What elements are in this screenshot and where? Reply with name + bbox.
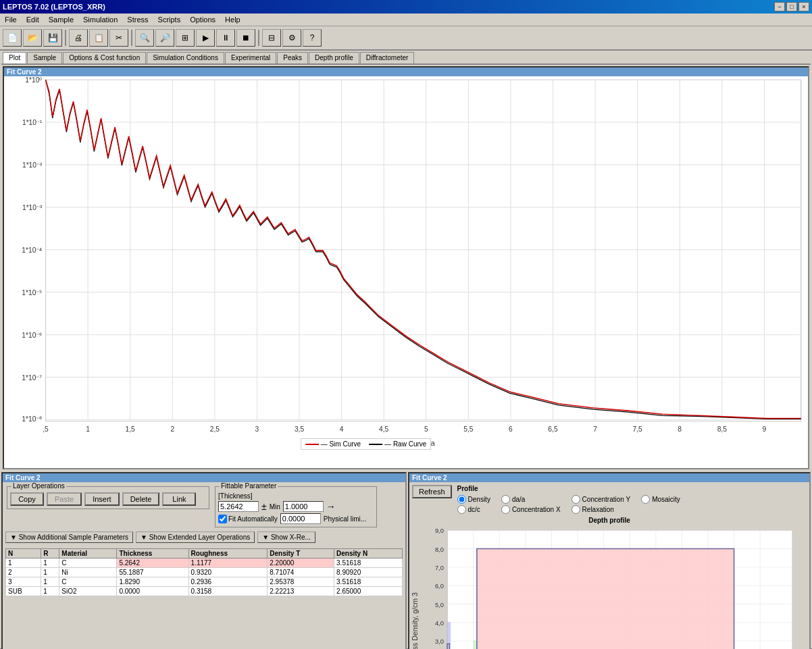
tb-copy[interactable]: 📋 [89,29,108,47]
menu-bar: File Edit Sample Simulation Stress Scrip… [0,14,812,26]
show-extended-btn[interactable]: ▼ Show Extended Layer Operations [136,531,255,543]
radio-relaxation[interactable] [572,505,580,514]
radio-concy-label[interactable]: Concentration Y [572,495,631,504]
tb-help[interactable]: ? [303,29,322,47]
cell-density-t: 2.95378 [268,577,334,587]
radio-daa[interactable] [501,495,510,504]
radio-concx[interactable] [501,505,510,514]
tb-fit[interactable]: ⊞ [176,29,195,47]
profile-options: Profile Density dc/c [457,485,680,514]
radio-relaxation-label[interactable]: Relaxation [572,505,631,514]
minimize-button[interactable]: − [774,2,785,11]
tb-run[interactable]: ▶ [196,29,215,47]
tb-open[interactable]: 📂 [23,29,42,47]
tb-cut[interactable]: ✂ [109,29,128,47]
svg-text:1*10⁻³: 1*10⁻³ [22,204,43,211]
radio-mosaicity[interactable] [641,495,650,504]
menu-sample[interactable]: Sample [47,15,76,24]
tab-simcond-top[interactable]: Simulation Conditions [147,52,224,63]
tab-options-top[interactable]: Options & Cost function [63,52,146,63]
radio-density-label[interactable]: Density [457,495,490,504]
radio-col4: Mosaicity [641,495,680,514]
cell-thickness: 0.0000 [117,587,188,596]
svg-text:5,5: 5,5 [463,425,474,433]
tb-pause[interactable]: ⏸ [216,29,235,47]
radio-dc[interactable] [457,505,466,514]
tab-diffractometer-top[interactable]: Diffractometer [360,52,415,63]
radio-daa-label[interactable]: da/a [501,495,561,504]
menu-file[interactable]: File [3,15,19,24]
tb-zoom-out[interactable]: 🔎 [155,29,174,47]
svg-text:2: 2 [170,425,174,433]
svg-text:8: 8 [678,425,682,433]
tb-save[interactable]: 💾 [43,29,62,47]
show-xre-btn[interactable]: ▼ Show X-Re... [257,531,315,543]
main-content: Plot Sample Options & Cost function Simu… [0,51,812,648]
cell-r: 1 [41,587,59,596]
tab-experimental-top[interactable]: Experimental [225,52,276,63]
delete-button[interactable]: Delete [122,492,160,506]
fittable-min-input[interactable] [283,501,324,512]
menu-scripts[interactable]: Scripts [156,15,183,24]
svg-text:6,5: 6,5 [548,425,558,433]
table-row[interactable]: 1 1 C 5.2642 1.1177 2.20000 3.51618 [6,559,403,568]
th-roughness: Roughness [188,549,268,559]
fit-auto-checkbox[interactable] [218,515,227,523]
cell-density-t: 2.22213 [268,587,334,596]
expand-buttons-row: ▼ Show Additional Sample Parameters ▼ Sh… [5,530,403,544]
title-bar: LEPTOS 7.02 (LEPTOS_XRR) − □ × [0,0,812,14]
radio-mosaicity-label[interactable]: Mosaicity [641,495,680,504]
legend-sim: — Sim Curve [305,440,361,448]
tab-depth-top[interactable]: Depth profile [309,52,359,63]
menu-help[interactable]: Help [223,15,243,24]
link-button[interactable]: Link [162,492,196,506]
bottom-area: Fit Curve 2 Layer Operations Copy Paste … [1,472,811,649]
svg-text:1*10⁻⁶: 1*10⁻⁶ [22,332,42,339]
radio-concy[interactable] [572,495,580,504]
tab-sample-top[interactable]: Sample [27,52,62,63]
maximize-button[interactable]: □ [786,2,797,11]
svg-text:1*10⁻⁸: 1*10⁻⁸ [22,415,42,423]
radio-dc-label[interactable]: dc/c [457,505,490,514]
tab-peaks-top[interactable]: Peaks [277,52,308,63]
left-bottom-panel: Fit Curve 2 Layer Operations Copy Paste … [1,472,407,649]
tb-grid[interactable]: ⊟ [262,29,281,47]
fittable-value-input[interactable] [218,501,259,512]
table-row[interactable]: 3 1 C 1.8290 0.2936 2.95378 3.51618 [6,577,403,587]
radio-density[interactable] [457,495,466,504]
svg-text:4,5: 4,5 [379,425,389,433]
show-additional-btn[interactable]: ▼ Show Additional Sample Parameters [5,531,133,543]
app-title: LEPTOS 7.02 (LEPTOS_XRR) [3,3,105,11]
menu-simulation[interactable]: Simulation [81,15,120,24]
radio-concx-label[interactable]: Concentration X [501,505,561,514]
tb-new[interactable]: 📄 [3,29,22,47]
refresh-button[interactable]: Refresh [412,485,452,498]
tb-stop[interactable]: ⏹ [236,29,255,47]
radio-col3: Concentration Y Relaxation [572,495,631,514]
tb-settings[interactable]: ⚙ [282,29,301,47]
right-panel-content: Refresh Profile Density dc/c [409,482,809,649]
cell-roughness: 0.9320 [188,568,268,577]
table-row[interactable]: SUB 1 SiO2 0.0000 0.3158 2.22213 2.65000 [6,587,403,596]
paste-button[interactable]: Paste [47,492,82,506]
tb-print[interactable]: 🖨 [69,29,88,47]
menu-stress[interactable]: Stress [125,15,150,24]
menu-options[interactable]: Options [188,15,218,24]
svg-text:1*10⁻⁴: 1*10⁻⁴ [22,246,42,254]
cell-material: C [59,559,117,568]
menu-edit[interactable]: Edit [24,15,41,24]
main-chart-area[interactable]: 1*10⁰ 1*10⁻¹ 1*10⁻² 1*10⁻³ 1*10⁻⁴ 1*10⁻⁵… [4,76,808,452]
cell-roughness: 0.3158 [188,587,268,596]
table-header-row: N R Material Thickness Roughness Density… [6,549,403,559]
tab-plot-top[interactable]: Plot [3,52,26,63]
th-thickness: Thickness [117,549,188,559]
top-section: Plot Sample Options & Cost function Simu… [1,52,811,471]
close-button[interactable]: × [798,2,809,11]
legend-raw-line [369,444,382,445]
tb-zoom-in[interactable]: 🔍 [135,29,154,47]
table-row[interactable]: 2 1 Ni 55.1887 0.9320 8.71074 8.90920 [6,568,403,577]
fittable-zero-input[interactable] [280,513,321,524]
insert-button[interactable]: Insert [84,492,120,506]
copy-button[interactable]: Copy [10,492,44,506]
svg-text:Mass Density, g/cm 3: Mass Density, g/cm 3 [412,592,419,649]
